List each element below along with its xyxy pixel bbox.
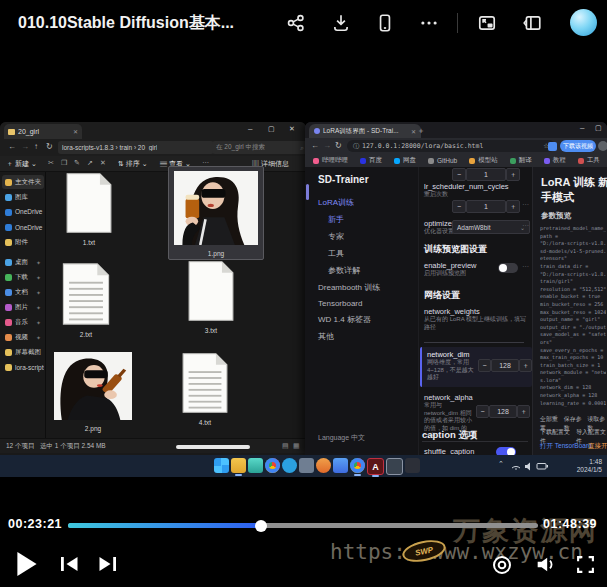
tab-close-icon[interactable]: ✕ bbox=[411, 128, 416, 135]
trainer-nav-8[interactable]: 其他 bbox=[318, 328, 414, 345]
edge-icon[interactable] bbox=[350, 458, 365, 473]
next-button[interactable] bbox=[98, 556, 117, 572]
alpha-minus-button[interactable]: − bbox=[476, 405, 489, 418]
browser-tab[interactable]: LoRA训练界面 - SD-Trai... ✕ bbox=[309, 124, 421, 138]
cycles-plus-button[interactable]: ＋ bbox=[506, 200, 520, 213]
share-button[interactable] bbox=[283, 10, 309, 36]
file-tile-1.png[interactable]: 1.png bbox=[168, 166, 264, 260]
bookmark-6[interactable]: 教程 bbox=[544, 156, 566, 165]
open-tensorboard-link[interactable]: 打开 TensorBoard bbox=[540, 442, 592, 451]
row-more-icon[interactable]: ⋯ bbox=[522, 201, 529, 209]
start-training-link[interactable]: 直接开始训练 bbox=[588, 442, 607, 451]
address-bar[interactable]: ⓘ 127.0.0.1:28000/lora/basic.html ☆ bbox=[347, 140, 555, 152]
param-name: enable_preview bbox=[424, 261, 477, 270]
trainer-nav-5[interactable]: Dreambooth 训练 bbox=[318, 279, 414, 296]
browser-refresh-icon[interactable]: ↻ bbox=[335, 141, 342, 150]
bookmark-1[interactable]: 百度 bbox=[360, 156, 382, 165]
browser-minimize-button[interactable]: – bbox=[580, 123, 584, 132]
file-explorer-icon[interactable] bbox=[231, 458, 246, 473]
site-info-icon[interactable]: ⓘ bbox=[353, 142, 359, 151]
fullscreen-button[interactable] bbox=[576, 555, 595, 574]
extension-icon[interactable] bbox=[548, 142, 557, 151]
file-tile-2.png[interactable]: 2.png bbox=[52, 352, 134, 434]
chrome-icon[interactable] bbox=[265, 458, 280, 473]
new-tab-icon[interactable]: ＋ bbox=[417, 125, 425, 136]
dim-plus-button[interactable]: ＋ bbox=[519, 359, 532, 372]
avatar[interactable] bbox=[570, 9, 597, 36]
video-player-app: 010.10Stable Diffusion基本... bbox=[0, 0, 607, 587]
optimizer-select[interactable]: AdamW8bit ⌄ bbox=[452, 220, 530, 234]
progress-bar[interactable] bbox=[68, 523, 538, 528]
download-video-pill[interactable]: 下载该视频 bbox=[560, 140, 596, 152]
bookmark-0[interactable]: 哔哩哔哩 bbox=[313, 156, 348, 165]
system-tray-icons[interactable] bbox=[510, 460, 554, 472]
network-weights-input[interactable] bbox=[424, 333, 524, 343]
mobile-play-button[interactable] bbox=[372, 10, 398, 36]
more-button[interactable] bbox=[416, 10, 442, 36]
previous-icon bbox=[67, 557, 78, 571]
telegram-icon[interactable] bbox=[282, 458, 297, 473]
file-tile-3.txt[interactable]: 3.txt bbox=[182, 260, 240, 336]
trainer-app-icon[interactable]: A bbox=[367, 458, 384, 475]
previous-button[interactable] bbox=[60, 556, 79, 572]
horizontal-scrollbar[interactable] bbox=[176, 445, 250, 449]
bookmark-2[interactable]: 网盘 bbox=[394, 156, 416, 165]
trainer-nav-2[interactable]: 专家 bbox=[318, 228, 414, 245]
browser-maximize-button[interactable]: ▢ bbox=[595, 124, 602, 132]
page-scrollbar[interactable] bbox=[306, 184, 309, 200]
trainer-nav-6[interactable]: Tensorboard bbox=[318, 296, 414, 311]
param-desc: 网络维度，常用 4~128，不是越大越好 bbox=[427, 359, 475, 382]
dim-minus-button[interactable]: − bbox=[478, 359, 491, 372]
photos-icon[interactable] bbox=[333, 458, 348, 473]
display-icon[interactable] bbox=[386, 458, 403, 475]
trainer-nav-3[interactable]: 工具 bbox=[318, 245, 414, 262]
alpha-value[interactable]: 128 bbox=[489, 405, 517, 418]
taskbar-clock[interactable]: 1:48 2024/1/5 bbox=[560, 458, 602, 474]
trainer-nav-0[interactable]: LoRA训练 bbox=[318, 194, 414, 211]
store-icon[interactable] bbox=[248, 458, 263, 473]
trainer-language[interactable]: Language 中文 bbox=[318, 433, 365, 443]
firefox-icon[interactable] bbox=[316, 458, 331, 473]
video-frame[interactable]: 20_girl ✕ – ▢ ✕ ← → ↑ ↻ lora-scripts-v1.… bbox=[0, 50, 607, 510]
row-more-icon[interactable]: ⋯ bbox=[522, 263, 529, 271]
tray-chevron-icon[interactable]: ⌃ bbox=[498, 460, 504, 468]
terminal-icon[interactable] bbox=[405, 458, 420, 473]
trainer-nav-7[interactable]: WD 1.4 标签器 bbox=[318, 311, 414, 328]
enable-preview-toggle[interactable] bbox=[498, 263, 518, 273]
video-title: 010.10Stable Diffusion基本... bbox=[18, 13, 234, 34]
volume-button[interactable] bbox=[536, 556, 555, 573]
file-tile-2.txt[interactable]: 2.txt bbox=[54, 262, 118, 340]
cycles-minus-button[interactable]: − bbox=[452, 200, 466, 213]
pip-button[interactable] bbox=[474, 10, 500, 36]
bookmark-4[interactable]: 模型站 bbox=[469, 156, 498, 165]
alpha-plus-button[interactable]: ＋ bbox=[517, 405, 530, 418]
warmup-plus-button[interactable]: ＋ bbox=[506, 168, 520, 181]
play-button[interactable] bbox=[16, 552, 38, 576]
ring-icon bbox=[494, 557, 510, 573]
bookmark-7[interactable]: 工具 bbox=[578, 156, 600, 165]
browser-forward-icon[interactable]: → bbox=[323, 141, 331, 150]
browser-avatar[interactable] bbox=[598, 141, 607, 151]
progress-thumb[interactable] bbox=[255, 520, 267, 532]
warmup-value[interactable]: 1 bbox=[466, 168, 506, 181]
file-tile-4.txt[interactable]: 4.txt bbox=[176, 352, 234, 428]
trainer-nav-1[interactable]: 新手 bbox=[318, 211, 414, 228]
warmup-minus-button[interactable]: − bbox=[452, 168, 466, 181]
dim-value[interactable]: 128 bbox=[491, 359, 519, 372]
cycles-value[interactable]: 1 bbox=[466, 200, 506, 213]
row-more-icon[interactable]: ⋯ bbox=[522, 222, 529, 230]
mail-icon[interactable] bbox=[299, 458, 314, 473]
download-button[interactable] bbox=[328, 10, 354, 36]
loop-button[interactable] bbox=[492, 555, 512, 575]
bookmark-5[interactable]: 翻译 bbox=[510, 156, 532, 165]
shuffle-caption-toggle[interactable] bbox=[496, 447, 516, 455]
side-panel-button[interactable] bbox=[519, 10, 545, 36]
browser-back-icon[interactable]: ← bbox=[311, 141, 319, 150]
bookmark-3[interactable]: GitHub bbox=[428, 157, 457, 164]
view-icons-toggle-icon[interactable]: ▦ bbox=[293, 442, 300, 450]
trainer-nav-4[interactable]: 参数详解 bbox=[318, 262, 414, 279]
view-details-toggle-icon[interactable]: ▤ bbox=[282, 442, 289, 450]
file-tile-1.txt[interactable]: 1.txt bbox=[58, 172, 120, 248]
active-app-indicator bbox=[354, 474, 361, 476]
start-button[interactable] bbox=[214, 458, 229, 473]
